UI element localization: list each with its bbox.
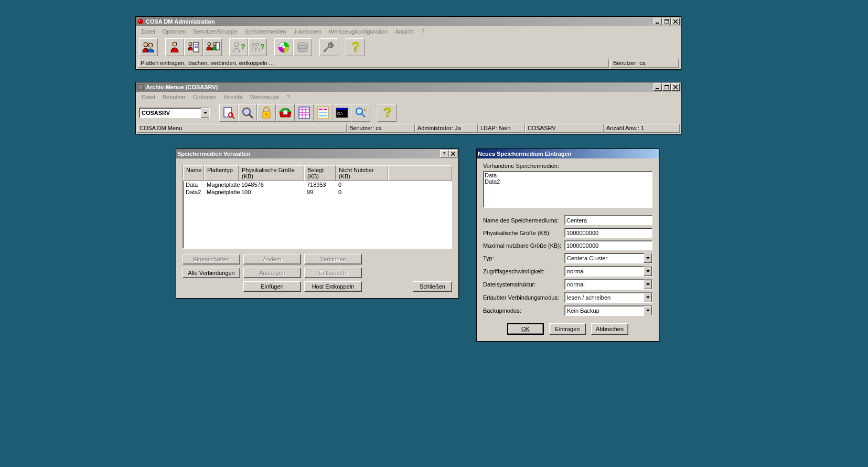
status-admin: Administrator: Ja — [415, 124, 478, 133]
menu-benutzer-gruppe[interactable]: Benutzer/Gruppe — [189, 27, 241, 36]
menu-datei[interactable]: Datei — [138, 93, 159, 101]
close-dialog-button[interactable]: Schließen — [413, 281, 452, 292]
col-used[interactable]: Belegt (KB) — [304, 165, 336, 181]
menu-speichermedien[interactable]: Speichermedien — [241, 27, 290, 36]
tool-terminal-icon[interactable]: C:\ — [333, 104, 351, 122]
status-count: Anzahl Anw.: 1 — [604, 124, 680, 133]
maximize-button[interactable] — [662, 18, 671, 25]
menu-ansicht[interactable]: Ansicht — [391, 27, 417, 36]
abbrechen-button[interactable]: Abbrechen — [591, 323, 628, 335]
chevron-down-icon — [644, 280, 652, 289]
tool-users-icon[interactable] — [139, 38, 158, 56]
title-text: Archiv-Menue (COSASRV) — [146, 84, 653, 90]
col-type[interactable]: Plattentyp — [204, 165, 239, 181]
properties-button[interactable]: Eigenschaften — [183, 254, 240, 264]
backup-combo[interactable]: Kein Backup — [564, 305, 652, 316]
remove-button[interactable]: Austragen — [243, 268, 301, 278]
tool-database-icon[interactable] — [293, 38, 312, 56]
window-cosa-dm-admin: COSA DM Administration Datei Optionen Be… — [135, 16, 681, 70]
list-item[interactable]: Data2 — [485, 178, 651, 185]
media-listview[interactable]: Name Plattentyp Physikalische Größe (KB)… — [183, 165, 452, 249]
phys-size-input[interactable] — [564, 228, 652, 238]
mode-combo[interactable]: lesen / schreiben — [564, 292, 652, 303]
tool-grid-icon[interactable] — [295, 104, 314, 122]
menu-optionen[interactable]: Optionen — [189, 93, 220, 101]
speed-combo[interactable]: normal — [564, 266, 652, 277]
tool-lock-icon[interactable] — [257, 104, 276, 122]
menu-help[interactable]: ? — [283, 93, 293, 101]
titlebar-verwalten[interactable]: Speichermedien Verwalten ? — [176, 149, 458, 158]
minimize-button[interactable] — [653, 18, 662, 25]
menu-jukeboxen[interactable]: Jukeboxen — [290, 27, 325, 36]
status-user: Benutzer: ca — [610, 59, 679, 68]
combo-value: COSASRV — [140, 110, 201, 116]
host-disconnect-button[interactable]: Host Entkoppeln — [304, 281, 362, 292]
toolbar-admin: ? ? ? — [136, 37, 681, 58]
backup-label: Backupmodus: — [483, 307, 564, 314]
minimize-button[interactable] — [653, 83, 662, 91]
eintragen-button[interactable]: Eintragen — [549, 323, 586, 335]
chevron-down-icon — [644, 267, 652, 276]
tool-user-question-icon[interactable]: ? — [229, 38, 248, 56]
svg-point-7 — [173, 42, 177, 46]
tool-help-icon[interactable]: ? — [346, 38, 365, 56]
help-button[interactable]: ? — [440, 150, 448, 157]
tool-doc-search-icon[interactable] — [219, 104, 238, 122]
chevron-down-icon — [201, 108, 209, 118]
menu-optionen[interactable]: Optionen — [159, 27, 190, 36]
close-button[interactable] — [671, 83, 680, 91]
tool-search-tool-icon[interactable] — [351, 104, 370, 122]
type-combo[interactable]: Centera Cluster — [564, 253, 652, 263]
svg-rect-50 — [336, 108, 348, 110]
ok-button[interactable]: OK — [507, 323, 544, 335]
svg-rect-47 — [319, 112, 327, 113]
tool-help-icon[interactable]: ? — [378, 104, 397, 122]
tool-wrench-icon[interactable] — [319, 38, 338, 56]
svg-point-14 — [213, 43, 216, 46]
max-size-input[interactable] — [564, 240, 652, 250]
menu-help[interactable]: ? — [417, 27, 428, 36]
fs-combo[interactable]: normal — [564, 279, 652, 290]
name-input[interactable] — [564, 215, 652, 225]
titlebar-neu[interactable]: Neues Speichermedium Eintragen — [477, 149, 659, 158]
tool-magnify-icon[interactable] — [238, 104, 257, 122]
tool-users-question-icon[interactable]: ? — [248, 38, 267, 56]
tool-user-red-icon[interactable] — [165, 38, 184, 56]
col-unusable[interactable]: Nicht Nutzbar (KB) — [336, 165, 388, 181]
insert-button[interactable]: Einfügen — [243, 281, 301, 292]
col-phys[interactable]: Physikalische Größe (KB) — [239, 165, 304, 181]
status-server: COSASRV — [525, 124, 604, 133]
disconnect-button[interactable]: Entkoppeln — [304, 268, 362, 278]
title-text: COSA DM Administration — [146, 18, 653, 25]
tool-inbox-icon[interactable] — [276, 104, 295, 122]
col-name[interactable]: Name — [183, 165, 204, 181]
menu-benutzer[interactable]: Benutzer — [159, 93, 189, 101]
menu-datei[interactable]: Datei — [138, 27, 159, 36]
svg-line-53 — [361, 113, 365, 117]
menu-werkzeuge[interactable]: Werkzeuge — [246, 93, 282, 101]
titlebar-admin[interactable]: COSA DM Administration — [136, 17, 681, 26]
existing-listbox[interactable]: Data Data2 — [483, 171, 652, 208]
close-button[interactable] — [449, 150, 457, 157]
menu-werkzeugkonfiguration[interactable]: Werkzeugkonfiguration — [325, 27, 391, 36]
maximize-button[interactable] — [662, 83, 671, 91]
connect-button[interactable]: Verbinden — [304, 254, 362, 264]
menu-ansicht[interactable]: Ansicht — [220, 93, 246, 101]
table-row[interactable]: Data2 Magnetplatte 100 99 0 — [183, 188, 452, 196]
tool-disc-icon[interactable] — [274, 38, 293, 56]
list-item[interactable]: Data — [485, 172, 651, 178]
svg-text:?: ? — [241, 43, 245, 51]
table-row[interactable]: Data Magnetplatte 1048576 718953 0 — [183, 181, 452, 188]
change-button[interactable]: Ändern — [243, 254, 301, 264]
tool-user-list-icon[interactable] — [184, 38, 203, 56]
svg-rect-30 — [224, 108, 231, 117]
status-menu: COSA DM Menu — [137, 124, 347, 133]
titlebar-archiv[interactable]: Archiv-Menue (COSASRV) — [136, 82, 681, 92]
tool-group-icon[interactable] — [203, 38, 222, 56]
server-combo[interactable]: COSASRV — [139, 108, 210, 118]
svg-rect-48 — [319, 115, 327, 116]
all-connections-button[interactable]: Alle Verbindungen — [183, 268, 240, 278]
tool-form-icon[interactable] — [314, 104, 333, 122]
svg-rect-27 — [656, 88, 659, 89]
close-button[interactable] — [671, 18, 680, 25]
